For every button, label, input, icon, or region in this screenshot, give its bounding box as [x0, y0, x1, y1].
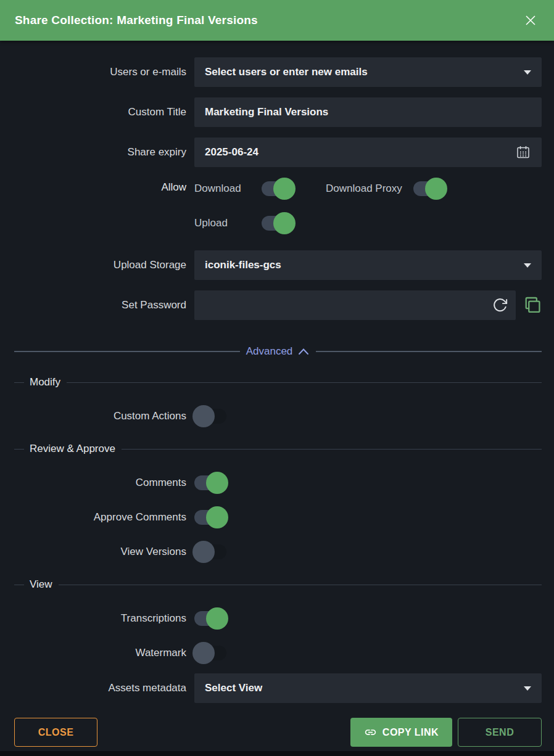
chevron-up-icon: [297, 347, 310, 356]
toggle-knob: [192, 642, 215, 664]
set-password-row: Set Password: [14, 290, 542, 320]
download-toggle-label: Download: [194, 183, 250, 195]
password-field: [194, 290, 516, 320]
advanced-toggle[interactable]: Advanced: [240, 345, 316, 358]
section-dash: [14, 449, 24, 450]
section-line: [122, 449, 542, 450]
caret-down-icon: [524, 70, 531, 75]
custom-title-label: Custom Title: [14, 106, 194, 118]
allow-download-item: Download: [194, 178, 326, 200]
section-title: View: [30, 578, 52, 591]
transcriptions-toggle[interactable]: [194, 611, 226, 626]
allow-row: Allow Download Download Proxy Upload: [14, 178, 542, 234]
view-versions-toggle[interactable]: [194, 544, 226, 559]
users-select-value: Select users or enter new emails: [205, 66, 368, 78]
users-row: Users or e-mails Select users or enter n…: [14, 57, 542, 87]
assets-metadata-row: Assets metadata Select View: [14, 673, 542, 703]
download-toggle[interactable]: [262, 181, 294, 196]
assets-metadata-label: Assets metadata: [14, 682, 194, 694]
comments-row: Comments: [14, 472, 542, 494]
download-proxy-toggle-label: Download Proxy: [326, 183, 402, 195]
toggle-knob: [425, 178, 447, 200]
section-header-modify: Modify: [14, 376, 542, 388]
password-input[interactable]: [205, 290, 492, 320]
approve-comments-row: Approve Comments: [14, 506, 542, 528]
upload-storage-row: Upload Storage iconik-files-gcs: [14, 250, 542, 280]
close-button-label: CLOSE: [38, 727, 74, 738]
toggle-knob: [206, 506, 228, 528]
calendar-icon[interactable]: [515, 144, 531, 160]
custom-title-row: Custom Title: [14, 97, 542, 127]
assets-metadata-value: Select View: [205, 682, 262, 694]
watermark-label: Watermark: [14, 647, 194, 659]
divider-line: [14, 351, 240, 352]
transcriptions-label: Transcriptions: [14, 612, 194, 625]
link-icon: [364, 726, 377, 739]
view-versions-label: View Versions: [14, 546, 194, 558]
toggle-knob: [273, 212, 296, 234]
section-title: Review & Approve: [30, 443, 115, 455]
custom-actions-toggle[interactable]: [194, 409, 226, 424]
send-button-label: SEND: [486, 727, 514, 738]
copy-link-button[interactable]: COPY LINK: [350, 718, 452, 747]
users-label: Users or e-mails: [14, 66, 194, 78]
section-header-review-approve: Review & Approve: [14, 443, 542, 455]
share-expiry-label: Share expiry: [14, 146, 194, 158]
share-expiry-input[interactable]: 2025-06-24: [194, 138, 542, 167]
refresh-icon[interactable]: [492, 297, 508, 314]
allow-label: Allow: [14, 178, 194, 194]
custom-title-input[interactable]: [194, 97, 542, 127]
advanced-label: Advanced: [246, 345, 293, 358]
comments-label: Comments: [14, 477, 194, 489]
toggle-knob: [206, 607, 228, 630]
send-button[interactable]: SEND: [458, 718, 542, 747]
upload-storage-value: iconik-files-gcs: [205, 259, 281, 271]
watermark-toggle[interactable]: [194, 646, 226, 660]
advanced-divider: Advanced: [14, 342, 542, 361]
dialog-footer: CLOSE COPY LINK SEND: [0, 703, 554, 756]
toggle-knob: [206, 472, 228, 494]
watermark-row: Watermark: [14, 642, 542, 664]
custom-actions-row: Custom Actions: [14, 405, 542, 427]
dialog-body: Users or e-mails Select users or enter n…: [0, 41, 554, 703]
caret-down-icon: [524, 686, 531, 691]
upload-toggle-label: Upload: [194, 217, 250, 229]
section-line: [67, 382, 542, 383]
upload-toggle[interactable]: [262, 216, 294, 231]
custom-actions-label: Custom Actions: [14, 410, 194, 422]
divider-line: [316, 351, 542, 352]
approve-comments-label: Approve Comments: [14, 511, 194, 524]
section-line: [59, 585, 542, 585]
download-proxy-toggle[interactable]: [413, 181, 445, 196]
close-button[interactable]: CLOSE: [14, 718, 97, 747]
section-dash: [14, 382, 24, 383]
share-expiry-value: 2025-06-24: [205, 146, 258, 158]
section-header-view: View: [14, 578, 542, 591]
users-select[interactable]: Select users or enter new emails: [194, 57, 542, 87]
dialog-header: Share Collection: Marketing Final Versio…: [0, 0, 554, 41]
dialog-title: Share Collection: Marketing Final Versio…: [15, 14, 258, 27]
section-dash: [14, 585, 24, 585]
comments-toggle[interactable]: [194, 475, 226, 490]
set-password-label: Set Password: [14, 299, 194, 311]
upload-storage-label: Upload Storage: [14, 259, 194, 271]
close-icon[interactable]: [522, 12, 539, 29]
share-expiry-row: Share expiry 2025-06-24: [14, 138, 542, 167]
transcriptions-row: Transcriptions: [14, 607, 542, 630]
allow-upload-item: Upload: [194, 212, 326, 234]
copy-icon[interactable]: [523, 295, 542, 315]
toggle-knob: [273, 178, 296, 200]
caret-down-icon: [524, 263, 531, 268]
copy-link-button-label: COPY LINK: [382, 727, 439, 738]
approve-comments-toggle[interactable]: [194, 510, 226, 525]
section-title: Modify: [30, 376, 60, 388]
share-collection-dialog: Share Collection: Marketing Final Versio…: [0, 0, 554, 751]
toggle-knob: [192, 405, 215, 427]
assets-metadata-select[interactable]: Select View: [194, 673, 542, 703]
toggle-knob: [192, 541, 215, 563]
view-versions-row: View Versions: [14, 541, 542, 563]
upload-storage-select[interactable]: iconik-files-gcs: [194, 250, 542, 280]
allow-download-proxy-item: Download Proxy: [326, 178, 542, 200]
